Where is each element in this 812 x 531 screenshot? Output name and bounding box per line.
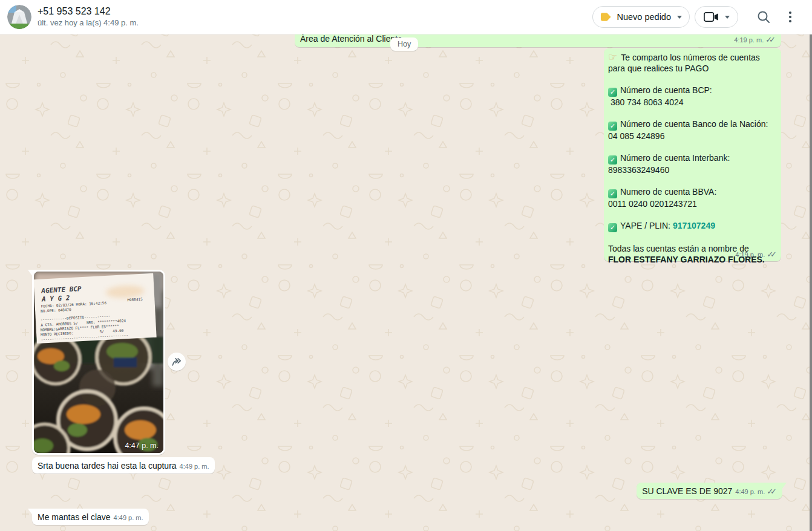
label-tag-icon [600, 12, 612, 22]
message-incoming[interactable]: Me mantas el clave 4:49 p. m. [32, 509, 149, 525]
chat-scrollbar[interactable] [810, 34, 812, 531]
chevron-down-icon [677, 16, 682, 19]
message-time: 4:47 p. m. [125, 441, 159, 450]
avatar-photo [7, 5, 31, 29]
check-mark-emoji: ✓ [608, 223, 617, 232]
account-label: Número de cuenta BCP: [620, 85, 712, 95]
message-time: 4:19 p. m. [734, 36, 764, 44]
receipt-line: H988415 [127, 297, 143, 302]
whatsapp-window: +51 953 523 142 últ. vez hoy a la(s) 4:4… [0, 0, 812, 531]
message-outgoing[interactable]: SU CLAVE ES DE 9027 4:49 p. m. ✓✓ [637, 483, 782, 499]
message-text: Te comparto los números de cuentas [621, 53, 760, 62]
account-number: 04 085 424896 [608, 131, 776, 142]
search-button[interactable] [751, 5, 776, 29]
phone-link[interactable]: 917107249 [673, 221, 715, 230]
contact-name[interactable]: +51 953 523 142 [38, 5, 139, 18]
message-image[interactable]: AGENTE BCP A Y G 2 FECHA: 02/03/26 HORA:… [32, 270, 165, 455]
new-order-button[interactable]: Nuevo pedido [592, 6, 690, 28]
message-incoming[interactable]: Srta buena tardes hai esta la cuptura 4:… [32, 457, 215, 474]
header-actions: Nuevo pedido [592, 5, 812, 29]
account-number: 380 734 8063 4024 [608, 97, 776, 108]
chevron-down-icon [725, 16, 730, 19]
message-time: 4:49 p. m. [114, 514, 143, 521]
account-number: 8983363249460 [608, 165, 776, 175]
check-mark-emoji: ✓ [608, 189, 617, 198]
delivered-checks-icon: ✓✓ [767, 487, 777, 496]
kebab-menu-icon [783, 10, 797, 24]
chat-header: +51 953 523 142 últ. vez hoy a la(s) 4:4… [0, 0, 812, 34]
message-text: SU CLAVE ES DE 9027 [642, 486, 732, 496]
account-label: YAPE / PLIN: [620, 221, 673, 230]
receipt-line: A Y G 2 [41, 294, 70, 303]
video-camera-icon [704, 11, 719, 22]
message-text: Me mantas el clave [38, 512, 111, 522]
date-chip-label: Hoy [398, 40, 411, 48]
receipt-photo-image: AGENTE BCP A Y G 2 FECHA: 02/03/26 HORA:… [34, 272, 163, 453]
forward-icon [170, 355, 183, 368]
message-text: para que realices tu PAGO [608, 63, 776, 74]
video-call-button[interactable] [695, 6, 738, 28]
date-chip: Hoy [390, 37, 418, 51]
check-mark-emoji: ✓ [608, 155, 617, 165]
avatar[interactable] [7, 5, 31, 29]
menu-button[interactable] [778, 5, 802, 29]
pointing-right-emoji: ☞ [608, 51, 617, 63]
message-text: Srta buena tardes hai esta la cuptura [38, 461, 177, 471]
account-label: Número de cuenta Banco de la Nación: [620, 119, 768, 129]
account-number: 0011 0240 0201243721 [608, 198, 776, 209]
receipt-photo[interactable]: AGENTE BCP A Y G 2 FECHA: 02/03/26 HORA:… [34, 272, 163, 453]
check-mark-emoji: ✓ [608, 88, 617, 97]
message-time: 4:49 p. m. [180, 463, 209, 470]
delivered-checks-icon: ✓✓ [765, 35, 776, 44]
account-label: Número de cuenta Interbank: [620, 153, 730, 163]
forward-button[interactable] [168, 353, 186, 371]
message-text: Área de Atención al Cliente [300, 33, 402, 44]
message-time: 4:19 p. m. [735, 251, 765, 258]
account-label: Numero de cuenta BBVA: [620, 187, 716, 197]
check-mark-emoji: ✓ [608, 122, 617, 131]
last-seen-status: últ. vez hoy a la(s) 4:49 p. m. [38, 18, 139, 28]
search-icon [756, 10, 771, 24]
message-time: 4:49 p. m. [735, 488, 765, 495]
delivered-checks-icon: ✓✓ [767, 250, 777, 259]
message-accounts[interactable]: ☞Te comparto los números de cuentas para… [604, 48, 781, 261]
new-order-label: Nuevo pedido [617, 12, 672, 22]
